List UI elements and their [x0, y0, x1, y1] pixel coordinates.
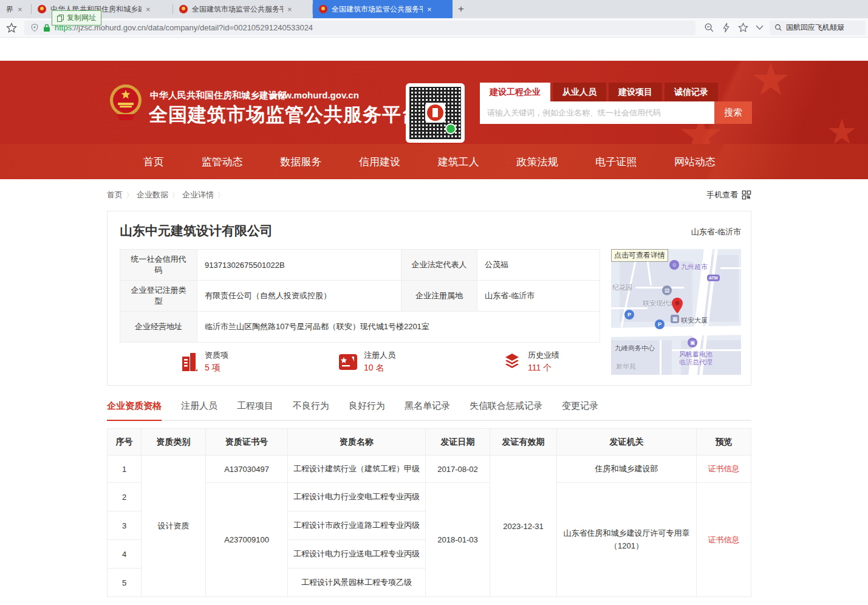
tab-change-records[interactable]: 变更记录 — [562, 400, 598, 420]
breadcrumb-company-data[interactable]: 企业数据 — [137, 190, 168, 200]
qr-center-logo — [425, 103, 445, 123]
cell-index: 3 — [108, 511, 142, 540]
address-label: 企业经营地址 — [120, 312, 197, 343]
new-tab-button[interactable]: + — [453, 0, 470, 18]
ministry-website: www.mohurd.gov.cn — [270, 90, 359, 100]
certificate-info-link[interactable]: 证书信息 — [708, 535, 740, 544]
mobile-view-control[interactable]: 手机查看 — [706, 190, 751, 200]
quick-search-box[interactable]: 国航回应飞机颠簸 — [770, 21, 866, 35]
legal-rep-label: 企业法定代表人 — [402, 250, 477, 281]
map-label: 联安大厦 — [681, 316, 708, 325]
credit-code-value: 91371302675501022B — [197, 250, 402, 281]
stat-value[interactable]: 111 个 — [528, 363, 559, 374]
tab-title: 界 — [6, 4, 13, 15]
nav-item-supervision[interactable]: 监管动态 — [202, 155, 243, 169]
company-name: 山东中元建筑设计有限公司 — [120, 222, 273, 239]
tab-projects[interactable]: 工程项目 — [237, 400, 273, 420]
search-input[interactable]: 请输入关键词，例如企业名称、统一社会信用代码 — [480, 101, 714, 124]
cell-validity: 2023-12-31 — [490, 456, 557, 597]
company-location-pin-icon[interactable] — [672, 298, 683, 313]
cell-preview: 证书信息 — [697, 456, 751, 483]
detail-tabs: 企业资质资格 注册人员 工程项目 不良行为 良好行为 黑名单记录 失信联合惩戒记… — [107, 400, 751, 421]
stat-value[interactable]: 5 项 — [205, 363, 228, 374]
search-tab-credit[interactable]: 诚信记录 — [665, 83, 718, 101]
breadcrumb: 首页 〉 企业数据 〉 企业详情 〉 手机查看 — [107, 188, 751, 202]
qr-code-icon[interactable] — [742, 190, 751, 200]
breadcrumb-company-detail[interactable]: 企业详情 — [182, 190, 214, 200]
browser-tab[interactable]: 界 × — [0, 0, 32, 18]
table-row: 企业登记注册类型 有限责任公司（自然人投资或控股） 企业注册属地 山东省-临沂市 — [120, 281, 600, 312]
search-bar: 请输入关键词，例如企业名称、统一社会信用代码 搜索 — [480, 101, 752, 124]
tab-close-icon[interactable]: × — [18, 5, 22, 14]
col-preview: 预览 — [697, 429, 751, 456]
favorite-star-icon[interactable] — [738, 22, 748, 33]
map-road — [720, 267, 741, 269]
nav-item-certificates[interactable]: 电子证照 — [595, 155, 637, 169]
qr-code-pattern — [409, 87, 461, 139]
map-road — [635, 287, 684, 289]
map-label: 九州超市 — [681, 262, 708, 272]
header-search-module: 建设工程企业 从业人员 建设项目 诚信记录 请输入关键词，例如企业名称、统一社会… — [480, 83, 752, 124]
wechat-icon — [445, 123, 456, 134]
nav-item-workers[interactable]: 建筑工人 — [438, 155, 479, 169]
cell-authority: 山东省住房和城乡建设厅许可专用章 （1201） — [557, 483, 697, 597]
search-tab-personnel[interactable]: 从业人员 — [553, 83, 606, 101]
reg-region-value: 山东省-临沂市 — [477, 281, 600, 312]
tab-close-icon[interactable]: × — [287, 5, 292, 14]
flag-star-decoration — [828, 118, 856, 144]
nav-item-site-news[interactable]: 网站动态 — [674, 155, 716, 169]
chevron-down-icon[interactable] — [756, 25, 764, 30]
company-location-map[interactable]: 点击可查看详情 ☺ 九州超市 ATM 纪花园 ▤ 联安现代城 ▦ 联安大厦 P … — [611, 249, 741, 375]
cell-index: 1 — [108, 456, 142, 483]
copy-url-label: 复制网址 — [67, 13, 96, 23]
main-content: 首页 〉 企业数据 〉 企业详情 〉 手机查看 山东中元建筑设计有限公司 山东省… — [107, 188, 751, 597]
search-tab-project[interactable]: 建设项目 — [609, 83, 662, 101]
nav-item-home[interactable]: 首页 — [143, 155, 164, 169]
stat-value[interactable]: 10 名 — [364, 363, 395, 374]
mobile-view-label[interactable]: 手机查看 — [706, 190, 738, 200]
bookmark-star-icon[interactable] — [6, 22, 17, 33]
browser-tab[interactable]: 全国建筑市场监管公共服务平台 × — [173, 0, 313, 18]
site-header: 中华人民共和国住房和城乡建设部 www.mohurd.gov.cn 全国建筑市场… — [0, 61, 868, 144]
reg-type-value: 有限责任公司（自然人投资或控股） — [197, 281, 402, 312]
table-row: 统一社会信用代码 91371302675501022B 企业法定代表人 公茂福 — [120, 250, 600, 281]
browser-tab-bar: 界 × 中华人民共和国住房和城乡建设 × 全国建筑市场监管公共服务平台 × 全国… — [0, 0, 868, 18]
url-rest: ://jzsc.mohurd.gov.cn/data/company/detai… — [72, 23, 313, 32]
map-road — [611, 307, 648, 309]
tab-good-behavior[interactable]: 良好行为 — [349, 400, 385, 420]
company-stats: 资质项 5 项 注册人员 10 名 — [120, 350, 600, 379]
tab-close-icon[interactable]: × — [146, 5, 151, 14]
search-tab-enterprise[interactable]: 建设工程企业 — [480, 83, 550, 101]
nav-item-policy[interactable]: 政策法规 — [517, 155, 558, 169]
map-road — [611, 326, 741, 337]
browser-toolbar: https://jzsc.mohurd.gov.cn/data/company/… — [0, 18, 868, 38]
copy-url-tooltip: 复制网址 — [52, 10, 101, 26]
cell-cert-no: A237009100 — [206, 483, 288, 597]
flash-save-icon[interactable] — [722, 22, 731, 33]
company-info-table: 统一社会信用代码 91371302675501022B 企业法定代表人 公茂福 … — [120, 249, 600, 343]
parking-pin-icon: P — [624, 310, 634, 320]
certificate-info-link[interactable]: 证书信息 — [708, 464, 740, 473]
url-bar[interactable]: https://jzsc.mohurd.gov.cn/data/company/… — [24, 21, 695, 35]
certificate-icon — [338, 353, 358, 371]
table-row: 企业经营地址 临沂市兰山区陶然路107号星河晶都（联安）现代城1号楼2201室 — [120, 312, 600, 343]
store-pin-icon: ▣ — [688, 338, 697, 347]
nav-item-credit[interactable]: 信用建设 — [359, 155, 400, 169]
building-icon — [180, 352, 199, 372]
map-label: 纪花园 — [612, 283, 632, 292]
nav-item-data-service[interactable]: 数据服务 — [280, 155, 321, 169]
tab-bad-behavior[interactable]: 不良行为 — [293, 400, 329, 420]
zoom-out-icon[interactable] — [704, 22, 714, 33]
shield-permissions-icon[interactable] — [30, 23, 39, 32]
col-category: 资质类别 — [142, 429, 206, 456]
tab-registered-personnel[interactable]: 注册人员 — [181, 400, 217, 420]
tab-dishonesty-records[interactable]: 失信联合惩戒记录 — [470, 400, 542, 420]
search-button[interactable]: 搜索 — [714, 101, 752, 124]
tab-close-icon[interactable]: × — [427, 5, 432, 14]
tab-qualifications[interactable]: 企业资质资格 — [107, 400, 162, 421]
browser-tab-active[interactable]: 全国建筑市场监管公共服务平台 × — [313, 0, 453, 18]
address-value: 临沂市兰山区陶然路107号星河晶都（联安）现代城1号楼2201室 — [197, 312, 600, 343]
layers-icon — [502, 352, 522, 372]
breadcrumb-home[interactable]: 首页 — [107, 190, 123, 200]
tab-blacklist[interactable]: 黑名单记录 — [405, 400, 450, 420]
